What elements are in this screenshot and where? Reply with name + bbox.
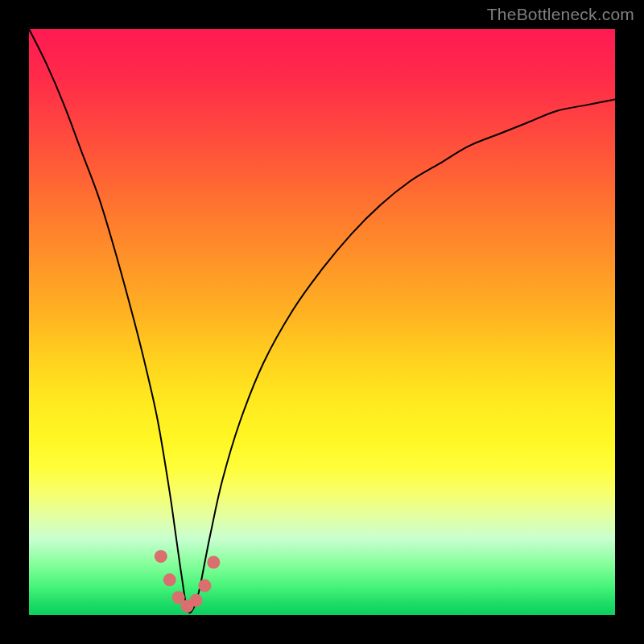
near-optimum-markers	[155, 550, 221, 613]
marker-dot	[189, 594, 202, 607]
marker-dot	[198, 580, 211, 592]
bottleneck-curve	[29, 29, 615, 613]
chart-overlay	[29, 29, 615, 615]
watermark-text: TheBottleneck.com	[487, 5, 634, 24]
outer-frame: TheBottleneck.com	[0, 0, 644, 644]
marker-dot	[163, 573, 176, 586]
marker-dot	[155, 550, 167, 563]
marker-dot	[207, 555, 220, 568]
